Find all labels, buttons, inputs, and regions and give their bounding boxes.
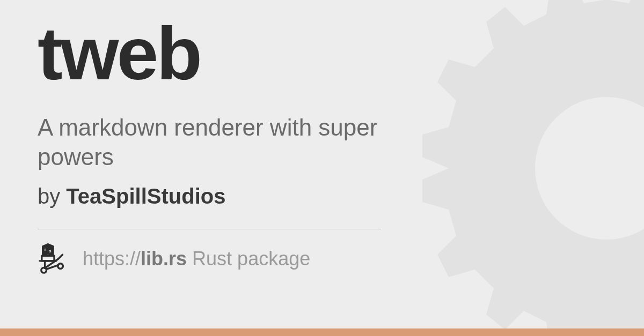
svg-point-4 [41, 267, 47, 273]
package-title: tweb [38, 16, 606, 91]
url-domain: lib.rs [141, 248, 187, 270]
svg-text:s: s [49, 249, 51, 253]
accent-bar [0, 328, 644, 336]
url-text: https://lib.rs Rust package [83, 248, 310, 270]
package-author: TeaSpillStudios [66, 184, 225, 208]
librs-logo-icon: r s [38, 243, 71, 274]
divider [38, 229, 381, 229]
card-content: tweb A markdown renderer with super powe… [0, 0, 644, 336]
url-suffix: Rust package [187, 248, 310, 270]
by-label: by [38, 184, 66, 208]
footer: r s https://lib.rs Rust package [38, 243, 606, 274]
package-byline: by TeaSpillStudios [38, 184, 606, 208]
package-description: A markdown renderer with super powers [38, 113, 392, 171]
svg-text:r: r [45, 247, 46, 252]
url-prefix: https:// [83, 248, 141, 270]
